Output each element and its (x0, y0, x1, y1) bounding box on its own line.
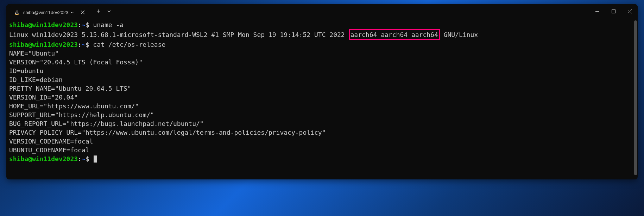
highlighted-arch: aarch64 aarch64 aarch64 (349, 29, 440, 40)
minimize-button[interactable] (589, 4, 605, 18)
tab-dropdown-button[interactable] (104, 6, 114, 17)
prompt-user: shiba@win11dev2023 (9, 41, 78, 48)
prompt-dollar: $ (86, 21, 93, 28)
terminal-content[interactable]: shiba@win11dev2023:~$ uname -aLinux win1… (6, 18, 638, 179)
svg-rect-8 (612, 9, 615, 13)
prompt-user: shiba@win11dev2023 (9, 155, 78, 163)
close-tab-icon[interactable] (79, 9, 86, 16)
maximize-button[interactable] (605, 4, 621, 18)
svg-point-5 (17, 12, 17, 12)
output-line: ID_LIKE=debian (9, 75, 635, 84)
prompt-path: ~ (82, 21, 86, 28)
prompt-dollar: $ (86, 155, 93, 163)
title-bar: shiba@win11dev2023: ~ (6, 4, 638, 18)
output-line: PRIVACY_POLICY_URL="https://www.ubuntu.c… (9, 128, 635, 137)
svg-point-3 (16, 11, 17, 12)
prompt-path: ~ (82, 41, 86, 48)
command-text: uname -a (93, 21, 124, 28)
terminal-window: shiba@win11dev2023: ~ shiba@win11dev2023… (6, 4, 638, 179)
prompt-dollar: $ (86, 41, 93, 48)
svg-point-2 (16, 12, 18, 14)
terminal-line: shiba@win11dev2023:~$ cat /etc/os-releas… (9, 40, 635, 49)
output-line: BUG_REPORT_URL="https://bugs.launchpad.n… (9, 119, 635, 128)
prompt-path: ~ (82, 155, 86, 163)
output-line: PRETTY_NAME="Ubuntu 20.04.5 LTS" (9, 84, 635, 93)
output-line: NAME="Ubuntu" (9, 49, 635, 58)
close-window-button[interactable] (621, 4, 638, 18)
window-controls (589, 4, 638, 18)
scrollbar[interactable] (634, 20, 637, 175)
output-line: Linux win11dev2023 5.15.68.1-microsoft-s… (9, 29, 635, 40)
command-text: cat /etc/os-release (93, 41, 165, 48)
prompt-colon: : (78, 155, 82, 163)
tab-title: shiba@win11dev2023: ~ (23, 10, 74, 15)
output-line: UBUNTU_CODENAME=focal (9, 146, 635, 154)
cursor (94, 155, 97, 163)
prompt-colon: : (78, 41, 82, 48)
output-line: VERSION_CODENAME=focal (9, 137, 635, 146)
svg-point-4 (17, 11, 18, 12)
output-line: VERSION_ID="20.04" (9, 93, 635, 102)
svg-point-7 (17, 14, 19, 15)
terminal-line: shiba@win11dev2023:~$ (9, 154, 635, 163)
new-tab-button[interactable] (93, 6, 104, 17)
prompt-user: shiba@win11dev2023 (9, 21, 78, 28)
prompt-colon: : (78, 21, 82, 28)
output-line: ID=ubuntu (9, 66, 635, 75)
tab-active[interactable]: shiba@win11dev2023: ~ (9, 6, 90, 18)
tux-icon (14, 9, 20, 15)
output-text: Linux win11dev2023 5.15.68.1-microsoft-s… (9, 31, 349, 38)
output-text: GNU/Linux (440, 31, 478, 38)
output-line: SUPPORT_URL="https://help.ubuntu.com/" (9, 110, 635, 119)
output-line: HOME_URL="https://www.ubuntu.com/" (9, 102, 635, 110)
svg-point-6 (15, 14, 17, 15)
terminal-line: shiba@win11dev2023:~$ uname -a (9, 20, 635, 29)
output-line: VERSION="20.04.5 LTS (Focal Fossa)" (9, 58, 635, 66)
